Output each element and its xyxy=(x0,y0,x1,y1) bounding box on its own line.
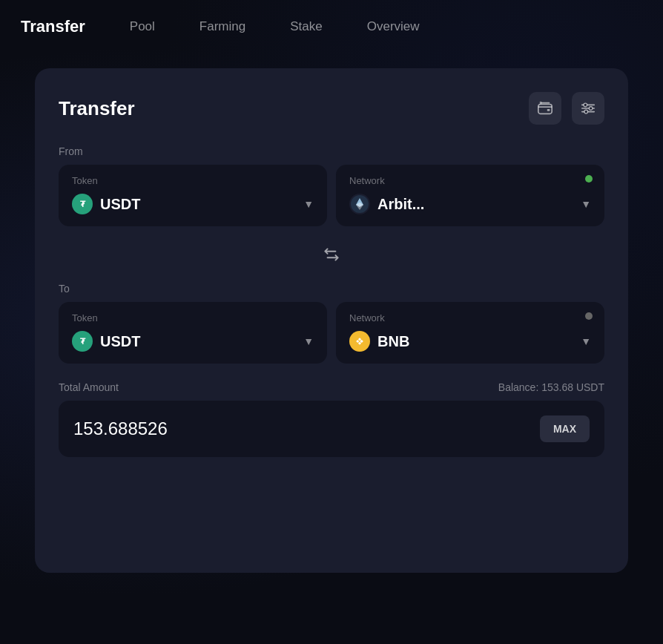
to-network-chevron-icon: ▼ xyxy=(581,335,591,347)
usdt-to-icon: ₮ xyxy=(72,331,93,352)
card-actions xyxy=(529,92,604,125)
from-token-box[interactable]: Token ₮ USDT ▼ xyxy=(59,165,327,226)
from-network-selector[interactable]: Arbit... ▼ xyxy=(349,194,591,214)
nav-item-farming[interactable]: Farming xyxy=(199,19,245,34)
amount-header: Total Amount Balance: 153.68 USDT xyxy=(59,381,604,393)
network-status-dot-green xyxy=(585,175,593,183)
nav-link-pool[interactable]: Pool xyxy=(130,19,155,33)
max-button[interactable]: MAX xyxy=(540,415,590,442)
to-token-value: USDT xyxy=(100,333,296,350)
to-token-box[interactable]: Token ₮ USDT ▼ xyxy=(59,302,327,364)
swap-btn-container xyxy=(59,226,604,283)
usdt-icon-svg: ₮ xyxy=(76,198,88,210)
svg-text:₮: ₮ xyxy=(80,200,86,208)
from-token-label: Token xyxy=(72,175,314,186)
to-token-selector[interactable]: ₮ USDT ▼ xyxy=(72,331,314,352)
to-selector-row: Token ₮ USDT ▼ Network xyxy=(59,302,604,364)
nav-item-overview[interactable]: Overview xyxy=(367,19,420,34)
card-header: Transfer xyxy=(59,92,604,125)
nav-link-stake[interactable]: Stake xyxy=(290,19,322,33)
svg-point-7 xyxy=(589,107,593,111)
from-token-chevron-icon: ▼ xyxy=(303,198,314,210)
navigation: Transfer Pool Farming Stake Overview xyxy=(0,0,663,53)
svg-rect-1 xyxy=(547,109,550,111)
to-network-selector[interactable]: BNB ▼ xyxy=(349,331,591,352)
bnb-icon xyxy=(349,331,370,352)
swap-icon xyxy=(322,245,341,264)
swap-button[interactable] xyxy=(315,238,348,271)
nav-item-pool[interactable]: Pool xyxy=(130,19,155,34)
from-network-value: Arbit... xyxy=(377,196,573,213)
card-title: Transfer xyxy=(59,97,135,120)
from-token-value: USDT xyxy=(100,196,296,213)
to-network-value: BNB xyxy=(377,333,573,350)
from-section: From Token ₮ USDT ▼ xyxy=(59,145,604,226)
usdt-to-icon-svg: ₮ xyxy=(76,335,88,347)
svg-point-6 xyxy=(584,103,587,107)
usdt-from-icon: ₮ xyxy=(72,194,93,214)
to-network-box[interactable]: Network xyxy=(336,302,604,364)
amount-section: Total Amount Balance: 153.68 USDT 153.68… xyxy=(59,381,604,457)
arbitrum-icon-svg xyxy=(351,195,369,213)
settings-icon xyxy=(580,100,596,116)
svg-point-8 xyxy=(584,110,588,114)
svg-text:₮: ₮ xyxy=(80,337,86,346)
wallet-icon-button[interactable] xyxy=(529,92,561,125)
from-network-chevron-icon: ▼ xyxy=(581,198,591,210)
amount-label: Total Amount xyxy=(59,381,119,393)
from-network-box[interactable]: Network Arbit... ▼ xyxy=(336,165,604,226)
arbitrum-icon xyxy=(349,194,370,214)
from-network-label: Network xyxy=(349,175,591,186)
from-label: From xyxy=(59,145,604,157)
nav-link-farming[interactable]: Farming xyxy=(199,19,245,33)
nav-link-overview[interactable]: Overview xyxy=(367,19,420,33)
svg-rect-0 xyxy=(538,105,552,114)
to-network-label: Network xyxy=(349,312,591,323)
settings-icon-button[interactable] xyxy=(572,92,604,125)
transfer-card: Transfer xyxy=(35,68,628,573)
to-token-label: Token xyxy=(72,312,314,323)
nav-links: Pool Farming Stake Overview xyxy=(130,19,420,34)
nav-brand[interactable]: Transfer xyxy=(21,17,85,36)
to-token-chevron-icon: ▼ xyxy=(303,335,314,347)
to-label: To xyxy=(59,283,604,295)
amount-input-box[interactable]: 153.688526 MAX xyxy=(59,401,604,457)
from-token-selector[interactable]: ₮ USDT ▼ xyxy=(72,194,314,214)
nav-item-stake[interactable]: Stake xyxy=(290,19,322,34)
svg-rect-2 xyxy=(540,102,542,105)
main-content: Transfer xyxy=(0,53,663,588)
wallet-icon xyxy=(537,100,553,116)
balance-text: Balance: 153.68 USDT xyxy=(498,381,604,393)
bnb-icon-svg xyxy=(352,333,368,349)
amount-value: 153.688526 xyxy=(73,418,168,439)
from-selector-row: Token ₮ USDT ▼ Network xyxy=(59,165,604,226)
network-status-dot-gray xyxy=(585,312,593,320)
to-section: To Token ₮ USDT ▼ xyxy=(59,283,604,364)
